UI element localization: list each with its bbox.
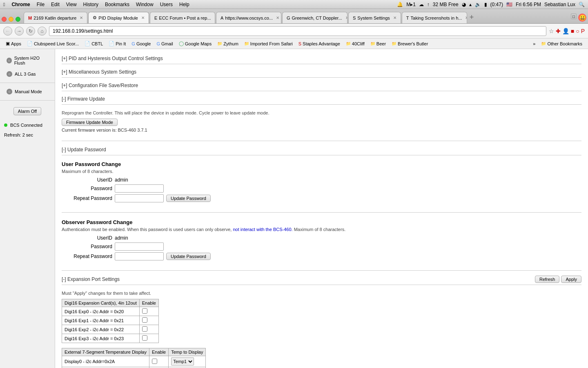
apps-label: Apps bbox=[11, 41, 21, 46]
tab-greenwich-close[interactable]: ✕ bbox=[345, 16, 347, 20]
menu-window[interactable]: Window bbox=[136, 2, 154, 7]
refresh-button[interactable]: Refresh bbox=[535, 276, 560, 283]
bookmark-gmail[interactable]: G Gmail bbox=[154, 40, 175, 47]
minimize-window-btn[interactable] bbox=[9, 17, 13, 22]
update-password-button[interactable]: Update Password bbox=[166, 195, 211, 202]
repeat-password-input[interactable] bbox=[115, 194, 164, 202]
tab-screenshots[interactable]: T Taking Screenshots in h... ✕ bbox=[402, 12, 467, 23]
maximize-window-btn[interactable] bbox=[16, 17, 20, 22]
repeat-password-row: Repeat Password Update Password bbox=[62, 194, 581, 202]
display-row0-checkbox[interactable] bbox=[152, 359, 157, 364]
tab-screenshots-close[interactable]: ✕ bbox=[465, 16, 467, 20]
search-icon[interactable]: 🔍 bbox=[579, 2, 585, 7]
back-button[interactable]: ← bbox=[3, 27, 12, 36]
observer-password-row: Password bbox=[62, 242, 581, 251]
table-row: Display0 - i2c Addr=0x2A Temp0 Temp1 Tem… bbox=[62, 356, 206, 367]
home-button[interactable]: ⌂ bbox=[38, 27, 47, 36]
h2o-flush-label: System H2O Flush bbox=[14, 56, 48, 65]
bookmark-beer[interactable]: 📁 Beer bbox=[368, 40, 388, 47]
digi16-row0-checkbox[interactable] bbox=[142, 308, 147, 314]
bookmark-gmaps[interactable]: ◯ Google Maps bbox=[176, 40, 214, 47]
bookmark-cbtl[interactable]: 📄 CBTL bbox=[82, 40, 105, 47]
new-tab-button[interactable]: + bbox=[470, 13, 474, 22]
tab-syssettings[interactable]: S System Settings ✕ bbox=[348, 12, 401, 23]
close-window-btn[interactable] bbox=[2, 17, 7, 22]
alarm-off-button[interactable]: Alarm Off bbox=[13, 107, 41, 115]
tab-pid[interactable]: ⚙ PID Display Module ✕ bbox=[88, 12, 149, 23]
gmaps-label: Google Maps bbox=[185, 41, 212, 46]
reload-button[interactable]: ↻ bbox=[26, 27, 35, 36]
apply-button[interactable]: Apply bbox=[561, 276, 581, 283]
bookmark-apps[interactable]: ▣ Apps bbox=[3, 40, 24, 47]
display-col-name: External 7-Segment Temperature Display bbox=[62, 348, 149, 356]
imported-safari-folder-icon: 📁 bbox=[244, 41, 249, 46]
bookmark-clubspeed[interactable]: 📄 Clubspeed Live Scor... bbox=[24, 40, 81, 47]
tab-oscsys-close[interactable]: ✕ bbox=[276, 16, 279, 20]
addr-icon-4[interactable]: ■ bbox=[571, 28, 574, 34]
menu-view[interactable]: View bbox=[66, 2, 77, 7]
menu-history[interactable]: History bbox=[83, 2, 98, 7]
menu-edit[interactable]: Edit bbox=[51, 2, 60, 7]
sidebar-h2o-flush-btn[interactable]: ○ System H2O Flush bbox=[2, 53, 52, 68]
tab-greenwich[interactable]: G Greenwich, CT Doppler... ✕ bbox=[282, 12, 347, 23]
expansion-port-header[interactable]: [-] Expansion Port Settings Refresh Appl… bbox=[62, 274, 581, 285]
tab-ecc[interactable]: E ECC Forum • Post a rep... ✕ bbox=[150, 12, 215, 23]
tab-syssettings-close[interactable]: ✕ bbox=[393, 16, 396, 20]
refresh-status: Refresh: 2 sec bbox=[0, 130, 55, 140]
sidebar-manual-mode-btn[interactable]: ○ Manual Mode bbox=[2, 86, 52, 97]
menu-users[interactable]: Users bbox=[160, 2, 173, 7]
userid-row: UserID admin bbox=[62, 177, 581, 183]
restore-window-btn[interactable]: □ bbox=[571, 13, 577, 19]
tab-ecc-close[interactable]: ✕ bbox=[214, 16, 215, 20]
digi16-table: Digi16 Expansion Card(s), 4in 12out Enab… bbox=[62, 299, 159, 343]
user-password-form: UserID admin Password Repeat Password Up… bbox=[62, 177, 581, 202]
addr-icon-2[interactable]: ✚ bbox=[556, 28, 561, 34]
tab-gmail-close[interactable]: ✕ bbox=[80, 16, 83, 20]
password-input[interactable] bbox=[115, 184, 164, 193]
url-input[interactable] bbox=[49, 26, 546, 36]
display-row0-temp-select[interactable]: Temp0 Temp1 Temp2 Temp3 bbox=[171, 357, 194, 366]
bookmark-zythum[interactable]: 📁 Zythum bbox=[215, 40, 241, 47]
tab-pid-close[interactable]: ✕ bbox=[141, 16, 145, 20]
apple-menu[interactable]:  bbox=[3, 2, 5, 7]
sidebar-all3gas-btn[interactable]: ○ ALL 3 Gas bbox=[2, 69, 52, 79]
bookmark-pinit[interactable]: 📄 Pin It bbox=[106, 40, 128, 47]
addr-icon-5[interactable]: ○ bbox=[576, 28, 579, 34]
display-row0-temp-cell: Temp0 Temp1 Temp2 Temp3 bbox=[169, 356, 206, 367]
firmware-section-header[interactable]: [-] Firmware Update bbox=[62, 94, 581, 105]
misc-section-header[interactable]: [+] Miscellaneous System Settings bbox=[62, 67, 581, 78]
observer-password-title: Observer Password Change bbox=[62, 219, 581, 225]
bcs-connected-status: BCS Connected bbox=[0, 120, 55, 130]
menu-bookmarks[interactable]: Bookmarks bbox=[105, 2, 129, 7]
observer-update-password-button[interactable]: Update Password bbox=[166, 253, 211, 260]
observer-password-input[interactable] bbox=[115, 242, 164, 251]
tab-oscsys[interactable]: A https://www.oscsys.co... ✕ bbox=[216, 12, 281, 23]
bookmark-staples[interactable]: S Staples Advantage bbox=[296, 40, 343, 47]
firmware-update-button[interactable]: Firmware Update Mode bbox=[62, 119, 118, 126]
userid-label: UserID bbox=[62, 177, 115, 183]
addr-icon-3[interactable]: 👤 bbox=[562, 28, 569, 34]
bookmark-other[interactable]: 📁 Other Bookmarks bbox=[539, 40, 585, 47]
digi16-row1-checkbox[interactable] bbox=[142, 317, 147, 323]
observer-userid-row: UserID admin bbox=[62, 235, 581, 241]
tab-greenwich-label: Greenwich, CT Doppler... bbox=[292, 16, 342, 20]
bookmark-google[interactable]: G Google bbox=[129, 40, 153, 47]
digi16-row2-checkbox[interactable] bbox=[142, 326, 147, 332]
misc-section-label: [+] Miscellaneous System Settings bbox=[62, 69, 136, 75]
bookmark-star-icon[interactable]: ☆ bbox=[549, 28, 554, 34]
menu-file[interactable]: File bbox=[37, 2, 45, 7]
update-password-section-header[interactable]: [-] Update Password bbox=[62, 144, 581, 155]
config-section-header[interactable]: [+] Configuration File Save/Restore bbox=[62, 80, 581, 91]
forward-button[interactable]: → bbox=[15, 27, 24, 36]
bookmark-brewers-butler[interactable]: 📁 Brewer's Butler bbox=[389, 40, 430, 47]
digi16-row3-checkbox[interactable] bbox=[142, 335, 147, 341]
addr-icon-6[interactable]: P bbox=[581, 28, 585, 34]
menu-chrome[interactable]: Chrome bbox=[11, 2, 30, 7]
menu-help[interactable]: Help bbox=[179, 2, 189, 7]
observer-repeat-input[interactable] bbox=[115, 252, 164, 260]
tab-gmail[interactable]: M 2169 Katlin departure ✕ bbox=[24, 12, 87, 23]
more-bookmarks-btn[interactable]: » bbox=[530, 40, 538, 47]
pid-section-header[interactable]: [+] PID and Hysteresis Output Control Se… bbox=[62, 53, 581, 64]
bookmark-imported-safari[interactable]: 📁 Imported From Safari bbox=[242, 40, 295, 47]
bookmark-40cliff[interactable]: 📁 40Cliff bbox=[343, 40, 367, 47]
